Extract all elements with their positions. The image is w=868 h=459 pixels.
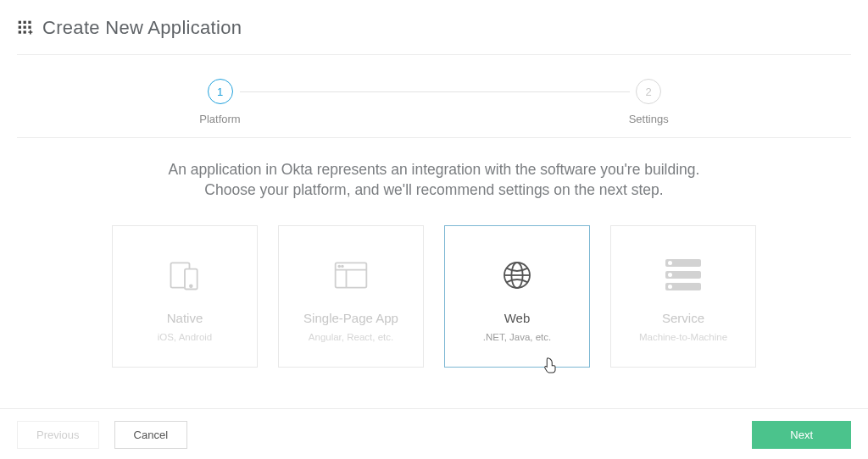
svg-point-15	[342, 265, 343, 267]
card-title: Web	[504, 311, 531, 325]
svg-rect-6	[19, 30, 21, 33]
step-platform: 1 Platform	[199, 79, 240, 125]
step-dot-2: 2	[636, 79, 661, 104]
card-native[interactable]: Native iOS, Android	[112, 225, 258, 368]
svg-rect-7	[24, 30, 26, 33]
card-spa[interactable]: Single-Page App Angular, React, etc.	[278, 225, 424, 368]
next-button[interactable]: Next	[752, 421, 851, 449]
apps-grid-icon	[17, 19, 34, 36]
card-service[interactable]: Service Machine-to-Machine	[610, 225, 756, 368]
svg-point-14	[338, 265, 340, 267]
step-label-1: Platform	[199, 113, 240, 125]
previous-button: Previous	[17, 421, 99, 449]
wizard-stepper: 1 Platform 2 Settings	[17, 55, 851, 138]
svg-rect-1	[24, 21, 26, 24]
step-settings: 2 Settings	[629, 79, 669, 125]
intro-line-1: An application in Okta represents an int…	[51, 160, 817, 180]
platform-cards: Native iOS, Android Single-Page App Angu…	[17, 225, 851, 393]
svg-rect-2	[28, 21, 31, 24]
page-header: Create New Application	[17, 17, 851, 55]
svg-point-10	[190, 285, 192, 287]
svg-rect-0	[19, 21, 21, 24]
card-title: Native	[167, 311, 203, 325]
card-subtitle: .NET, Java, etc.	[483, 332, 552, 342]
web-globe-icon	[500, 252, 534, 299]
intro-text: An application in Okta represents an int…	[17, 138, 851, 225]
service-icon	[665, 252, 701, 299]
card-subtitle: Angular, React, etc.	[309, 332, 393, 342]
step-dot-1: 1	[208, 79, 233, 104]
card-title: Service	[662, 311, 704, 325]
cancel-button[interactable]: Cancel	[114, 421, 187, 449]
step-connector	[240, 91, 630, 92]
svg-rect-4	[24, 26, 26, 29]
svg-rect-5	[28, 26, 31, 29]
svg-rect-3	[19, 26, 21, 29]
spa-icon	[332, 252, 370, 299]
native-icon	[166, 252, 203, 299]
wizard-footer: Previous Cancel Next	[0, 408, 868, 449]
card-subtitle: Machine-to-Machine	[639, 332, 727, 342]
card-web[interactable]: Web .NET, Java, etc.	[444, 225, 590, 368]
step-label-2: Settings	[629, 113, 669, 125]
page-title: Create New Application	[42, 17, 242, 39]
intro-line-2: Choose your platform, and we'll recommen…	[51, 180, 817, 201]
card-subtitle: iOS, Android	[158, 332, 213, 342]
card-title: Single-Page App	[303, 311, 398, 325]
